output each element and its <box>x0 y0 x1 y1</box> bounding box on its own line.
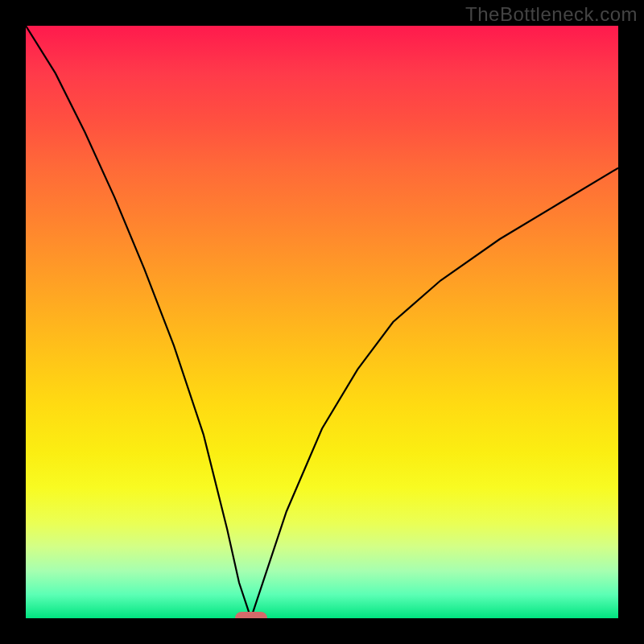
minimum-marker <box>235 612 267 618</box>
watermark-text: TheBottleneck.com <box>465 3 638 26</box>
plot-area <box>26 26 618 618</box>
bottleneck-curve <box>26 26 618 618</box>
curve-svg <box>26 26 618 618</box>
chart-frame: TheBottleneck.com <box>0 0 644 644</box>
